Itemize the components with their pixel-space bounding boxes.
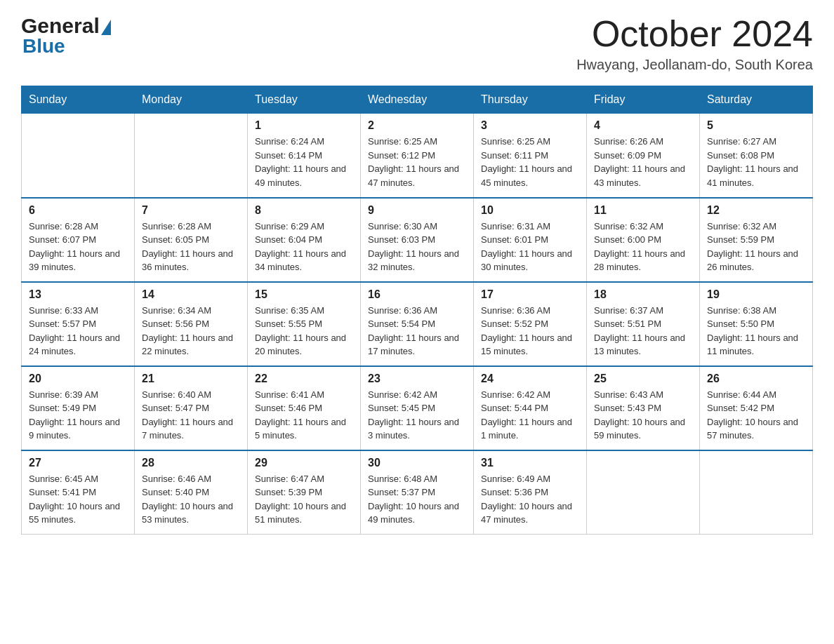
day-info: Sunrise: 6:36 AM Sunset: 5:54 PM Dayligh…	[368, 304, 466, 358]
day-info: Sunrise: 6:42 AM Sunset: 5:45 PM Dayligh…	[368, 388, 466, 443]
day-info: Sunrise: 6:48 AM Sunset: 5:37 PM Dayligh…	[368, 472, 466, 527]
day-info: Sunrise: 6:24 AM Sunset: 6:14 PM Dayligh…	[255, 135, 353, 189]
day-info: Sunrise: 6:28 AM Sunset: 6:07 PM Dayligh…	[29, 220, 127, 274]
day-number: 29	[255, 457, 353, 469]
calendar-cell: 20Sunrise: 6:39 AM Sunset: 5:49 PM Dayli…	[22, 366, 135, 450]
day-number: 4	[594, 119, 692, 132]
calendar-cell: 3Sunrise: 6:25 AM Sunset: 6:11 PM Daylig…	[474, 114, 587, 198]
day-info: Sunrise: 6:44 AM Sunset: 5:42 PM Dayligh…	[707, 388, 805, 443]
day-number: 21	[142, 373, 240, 385]
calendar-cell: 10Sunrise: 6:31 AM Sunset: 6:01 PM Dayli…	[474, 198, 587, 282]
day-number: 27	[29, 457, 127, 469]
logo: General Blue	[21, 14, 111, 56]
day-number: 11	[594, 204, 692, 217]
calendar-cell: 6Sunrise: 6:28 AM Sunset: 6:07 PM Daylig…	[22, 198, 135, 282]
day-info: Sunrise: 6:29 AM Sunset: 6:04 PM Dayligh…	[255, 220, 353, 274]
day-header-wednesday: Wednesday	[361, 86, 474, 114]
day-header-saturday: Saturday	[700, 86, 813, 114]
calendar-cell	[700, 450, 813, 535]
calendar-cell: 27Sunrise: 6:45 AM Sunset: 5:41 PM Dayli…	[22, 450, 135, 535]
day-number: 30	[368, 457, 466, 469]
title-section: October 2024 Hwayang, Jeollanam-do, Sout…	[576, 14, 813, 73]
calendar-cell: 7Sunrise: 6:28 AM Sunset: 6:05 PM Daylig…	[135, 198, 248, 282]
day-number: 9	[368, 204, 466, 217]
calendar-header-row: SundayMondayTuesdayWednesdayThursdayFrid…	[22, 86, 813, 114]
calendar-week-3: 13Sunrise: 6:33 AM Sunset: 5:57 PM Dayli…	[22, 282, 813, 366]
calendar-cell: 21Sunrise: 6:40 AM Sunset: 5:47 PM Dayli…	[135, 366, 248, 450]
day-info: Sunrise: 6:31 AM Sunset: 6:01 PM Dayligh…	[481, 220, 579, 274]
day-number: 15	[255, 288, 353, 301]
calendar-cell: 26Sunrise: 6:44 AM Sunset: 5:42 PM Dayli…	[700, 366, 813, 450]
day-number: 7	[142, 204, 240, 217]
day-info: Sunrise: 6:45 AM Sunset: 5:41 PM Dayligh…	[29, 472, 127, 527]
day-info: Sunrise: 6:42 AM Sunset: 5:44 PM Dayligh…	[481, 388, 579, 443]
day-info: Sunrise: 6:34 AM Sunset: 5:56 PM Dayligh…	[142, 304, 240, 358]
calendar-cell: 5Sunrise: 6:27 AM Sunset: 6:08 PM Daylig…	[700, 114, 813, 198]
day-number: 12	[707, 204, 805, 217]
day-info: Sunrise: 6:30 AM Sunset: 6:03 PM Dayligh…	[368, 220, 466, 274]
calendar-cell: 31Sunrise: 6:49 AM Sunset: 5:36 PM Dayli…	[474, 450, 587, 535]
day-number: 6	[29, 204, 127, 217]
calendar-cell	[587, 450, 700, 535]
day-number: 26	[707, 373, 805, 385]
day-header-monday: Monday	[135, 86, 248, 114]
day-info: Sunrise: 6:46 AM Sunset: 5:40 PM Dayligh…	[142, 472, 240, 527]
day-info: Sunrise: 6:28 AM Sunset: 6:05 PM Dayligh…	[142, 220, 240, 274]
calendar-cell: 18Sunrise: 6:37 AM Sunset: 5:51 PM Dayli…	[587, 282, 700, 366]
day-header-thursday: Thursday	[474, 86, 587, 114]
day-info: Sunrise: 6:32 AM Sunset: 5:59 PM Dayligh…	[707, 220, 805, 274]
day-info: Sunrise: 6:40 AM Sunset: 5:47 PM Dayligh…	[142, 388, 240, 443]
day-number: 14	[142, 288, 240, 301]
day-number: 31	[481, 457, 579, 469]
calendar-cell: 28Sunrise: 6:46 AM Sunset: 5:40 PM Dayli…	[135, 450, 248, 535]
day-number: 8	[255, 204, 353, 217]
location-subtitle: Hwayang, Jeollanam-do, South Korea	[576, 57, 813, 73]
day-number: 2	[368, 119, 466, 132]
calendar-cell: 30Sunrise: 6:48 AM Sunset: 5:37 PM Dayli…	[361, 450, 474, 535]
calendar-cell: 16Sunrise: 6:36 AM Sunset: 5:54 PM Dayli…	[361, 282, 474, 366]
calendar-cell: 29Sunrise: 6:47 AM Sunset: 5:39 PM Dayli…	[248, 450, 361, 535]
calendar-cell: 2Sunrise: 6:25 AM Sunset: 6:12 PM Daylig…	[361, 114, 474, 198]
day-number: 13	[29, 288, 127, 301]
calendar-table: SundayMondayTuesdayWednesdayThursdayFrid…	[21, 86, 813, 535]
day-number: 18	[594, 288, 692, 301]
day-number: 16	[368, 288, 466, 301]
calendar-cell: 13Sunrise: 6:33 AM Sunset: 5:57 PM Dayli…	[22, 282, 135, 366]
calendar-week-5: 27Sunrise: 6:45 AM Sunset: 5:41 PM Dayli…	[22, 450, 813, 535]
calendar-week-4: 20Sunrise: 6:39 AM Sunset: 5:49 PM Dayli…	[22, 366, 813, 450]
calendar-cell: 11Sunrise: 6:32 AM Sunset: 6:00 PM Dayli…	[587, 198, 700, 282]
day-info: Sunrise: 6:26 AM Sunset: 6:09 PM Dayligh…	[594, 135, 692, 189]
day-number: 28	[142, 457, 240, 469]
day-number: 17	[481, 288, 579, 301]
day-header-sunday: Sunday	[22, 86, 135, 114]
day-number: 1	[255, 119, 353, 132]
calendar-cell: 4Sunrise: 6:26 AM Sunset: 6:09 PM Daylig…	[587, 114, 700, 198]
calendar-cell: 15Sunrise: 6:35 AM Sunset: 5:55 PM Dayli…	[248, 282, 361, 366]
calendar-cell: 22Sunrise: 6:41 AM Sunset: 5:46 PM Dayli…	[248, 366, 361, 450]
day-info: Sunrise: 6:25 AM Sunset: 6:12 PM Dayligh…	[368, 135, 466, 189]
calendar-cell: 1Sunrise: 6:24 AM Sunset: 6:14 PM Daylig…	[248, 114, 361, 198]
day-info: Sunrise: 6:35 AM Sunset: 5:55 PM Dayligh…	[255, 304, 353, 358]
day-info: Sunrise: 6:36 AM Sunset: 5:52 PM Dayligh…	[481, 304, 579, 358]
month-year-title: October 2024	[576, 14, 813, 54]
calendar-cell: 14Sunrise: 6:34 AM Sunset: 5:56 PM Dayli…	[135, 282, 248, 366]
day-number: 22	[255, 373, 353, 385]
day-info: Sunrise: 6:33 AM Sunset: 5:57 PM Dayligh…	[29, 304, 127, 358]
day-number: 24	[481, 373, 579, 385]
day-number: 20	[29, 373, 127, 385]
day-info: Sunrise: 6:43 AM Sunset: 5:43 PM Dayligh…	[594, 388, 692, 443]
day-number: 19	[707, 288, 805, 301]
day-header-tuesday: Tuesday	[248, 86, 361, 114]
logo-triangle-icon	[101, 20, 111, 35]
day-number: 3	[481, 119, 579, 132]
day-info: Sunrise: 6:39 AM Sunset: 5:49 PM Dayligh…	[29, 388, 127, 443]
day-info: Sunrise: 6:25 AM Sunset: 6:11 PM Dayligh…	[481, 135, 579, 189]
calendar-week-2: 6Sunrise: 6:28 AM Sunset: 6:07 PM Daylig…	[22, 198, 813, 282]
calendar-cell: 8Sunrise: 6:29 AM Sunset: 6:04 PM Daylig…	[248, 198, 361, 282]
day-info: Sunrise: 6:41 AM Sunset: 5:46 PM Dayligh…	[255, 388, 353, 443]
day-info: Sunrise: 6:49 AM Sunset: 5:36 PM Dayligh…	[481, 472, 579, 527]
day-info: Sunrise: 6:37 AM Sunset: 5:51 PM Dayligh…	[594, 304, 692, 358]
calendar-cell: 25Sunrise: 6:43 AM Sunset: 5:43 PM Dayli…	[587, 366, 700, 450]
calendar-cell: 23Sunrise: 6:42 AM Sunset: 5:45 PM Dayli…	[361, 366, 474, 450]
day-info: Sunrise: 6:38 AM Sunset: 5:50 PM Dayligh…	[707, 304, 805, 358]
